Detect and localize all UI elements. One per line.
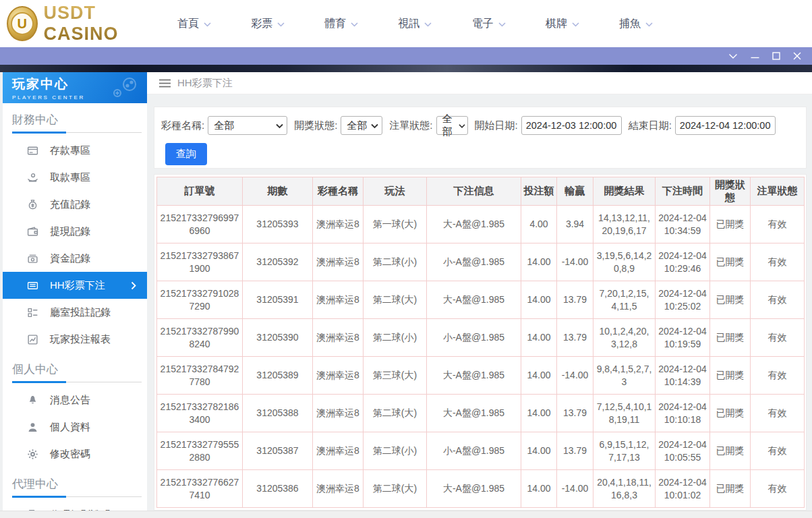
nav-item-lottery[interactable]: 彩票 bbox=[251, 17, 285, 31]
sidebar-item-withdraw-record[interactable]: 提現記錄 bbox=[3, 218, 147, 245]
chevron-down-icon bbox=[498, 22, 506, 27]
table-cell: 14.00 bbox=[521, 395, 557, 432]
bet-records-table: 訂單號期數彩種名稱玩法下注信息投注額輸贏開獎結果下注時間開獎狀態注單狀態 215… bbox=[156, 177, 805, 508]
table-cell: 第一球(大) bbox=[364, 206, 427, 243]
table-cell: 第二球(大) bbox=[364, 470, 427, 508]
end-date-label: 結束日期: bbox=[629, 119, 672, 132]
hamburger-icon[interactable] bbox=[159, 79, 171, 88]
page-title: HH彩票下注 bbox=[177, 77, 233, 90]
sidebar-item-label: 個人資料 bbox=[50, 421, 90, 434]
table-cell: 2024-12-04 10:01:02 bbox=[656, 470, 710, 508]
window-minimize-icon[interactable] bbox=[751, 53, 759, 59]
chevron-down-icon bbox=[276, 123, 283, 129]
table-cell: 13.79 bbox=[557, 395, 593, 432]
column-header: 期數 bbox=[243, 177, 313, 206]
nav-item-label: 棋牌 bbox=[546, 17, 567, 31]
sidebar-item-announcements[interactable]: 消息公告 bbox=[3, 386, 147, 413]
horizontal-scrollbar[interactable] bbox=[0, 511, 812, 518]
query-button[interactable]: 查詢 bbox=[165, 143, 207, 165]
nav-item-home[interactable]: 首頁 bbox=[177, 17, 211, 31]
nav-item-label: 電子 bbox=[472, 17, 494, 31]
table-cell: 31205392 bbox=[243, 243, 313, 281]
table-cell: 第二球(小) bbox=[364, 319, 427, 357]
table-cell: 6,9,15,1,12,7,17,13 bbox=[593, 432, 656, 470]
sidebar-item-funds-record[interactable]: 資金記錄 bbox=[3, 245, 147, 272]
table-cell: 有效 bbox=[751, 432, 805, 470]
table-cell: 14.00 bbox=[521, 281, 557, 319]
brand-logo[interactable]: U USDT CASINO bbox=[0, 3, 158, 45]
table-cell: 31205387 bbox=[243, 432, 313, 470]
sidebar-item-label: 取款專區 bbox=[50, 171, 90, 184]
table-cell: 第二球(大) bbox=[364, 395, 427, 432]
section-title-finance: 財務中心 bbox=[3, 103, 147, 132]
sidebar-item-label: 資金記錄 bbox=[50, 252, 90, 265]
sidebar-item-profile[interactable]: 個人資料 bbox=[3, 413, 147, 440]
table-cell: 20,4,1,18,11,16,8,3 bbox=[593, 470, 656, 508]
table-cell: 2024-12-04 10:05:55 bbox=[656, 432, 710, 470]
table-cell: 有效 bbox=[751, 470, 805, 508]
table-cell: 第二球(大) bbox=[364, 281, 427, 319]
table-cell: 2024-12-04 10:10:18 bbox=[656, 395, 710, 432]
table-cell: 31205390 bbox=[243, 319, 313, 357]
table-cell: 有效 bbox=[751, 206, 805, 243]
sidebar-item-hh-lottery-bet[interactable]: HH彩票下注 bbox=[3, 272, 147, 299]
draw-status-select[interactable]: 全部 bbox=[341, 116, 382, 135]
column-header: 注單狀態 bbox=[751, 177, 805, 206]
column-header: 投注額 bbox=[521, 177, 557, 206]
nav-item-sports[interactable]: 體育 bbox=[324, 17, 358, 31]
column-header: 開獎狀態 bbox=[710, 177, 751, 206]
table-cell: 小-A盤@1.985 bbox=[427, 243, 521, 281]
chevron-down-icon bbox=[204, 22, 211, 27]
table-body: 215217332796997696031205393澳洲幸运8第一球(大)大-… bbox=[157, 206, 805, 508]
sidebar-item-player-bet-report[interactable]: 玩家投注報表 bbox=[3, 326, 147, 353]
bet-records-panel: 訂單號期數彩種名稱玩法下注信息投注額輸贏開獎結果下注時間開獎狀態注單狀態 215… bbox=[154, 174, 807, 511]
table-row: 215217332793867190031205392澳洲幸运8第二球(小)小-… bbox=[157, 243, 805, 281]
table-cell: 2024-12-04 10:14:39 bbox=[656, 357, 710, 395]
column-header: 開獎結果 bbox=[593, 177, 656, 206]
sidebar-item-recharge-record[interactable]: 充值記錄 bbox=[3, 191, 147, 218]
report-icon bbox=[27, 334, 38, 345]
table-cell: 已開獎 bbox=[710, 395, 751, 432]
table-row: 215217332779555288031205387澳洲幸运8第二球(小)小-… bbox=[157, 432, 805, 470]
table-cell: 31205386 bbox=[243, 470, 313, 508]
sidebar-item-agent-rules[interactable]: 代理規則說明 bbox=[3, 501, 147, 511]
nav-item-slots[interactable]: 電子 bbox=[472, 17, 506, 31]
end-date-input[interactable] bbox=[675, 116, 776, 135]
order-status-select[interactable]: 全部 bbox=[436, 116, 468, 135]
order-status-value: 全部 bbox=[442, 113, 457, 138]
column-header: 彩種名稱 bbox=[313, 177, 364, 206]
nav-item-fishing[interactable]: 捕魚 bbox=[619, 17, 653, 31]
sidebar-item-deposit-zone[interactable]: 存款專區 bbox=[3, 137, 147, 164]
window-maximize-icon[interactable] bbox=[772, 52, 780, 60]
table-cell: 3.94 bbox=[557, 206, 593, 243]
lottery-name-select[interactable]: 全部 bbox=[208, 116, 287, 135]
table-cell: 大-A盤@1.985 bbox=[427, 395, 521, 432]
top-bar: U USDT CASINO 首頁彩票體育視訊電子棋牌捕魚 bbox=[0, 0, 812, 47]
nav-item-video[interactable]: 視訊 bbox=[398, 17, 432, 31]
table-row: 215217332776627741031205386澳洲幸运8第二球(大)大-… bbox=[157, 470, 805, 508]
table-cell: 已開獎 bbox=[710, 206, 751, 243]
table-cell: -14.00 bbox=[557, 357, 593, 395]
table-cell: 有效 bbox=[751, 319, 805, 357]
table-cell: 7,20,1,2,15,4,11,5 bbox=[593, 281, 656, 319]
table-cell: 3,19,5,6,14,20,8,9 bbox=[593, 243, 656, 281]
sidebar-item-withdraw-zone[interactable]: 取款專區 bbox=[3, 164, 147, 191]
nav-item-label: 首頁 bbox=[177, 17, 199, 31]
table-cell: 有效 bbox=[751, 357, 805, 395]
start-date-input[interactable] bbox=[521, 116, 622, 135]
table-cell: 31205388 bbox=[243, 395, 313, 432]
table-row: 215217332796997696031205393澳洲幸运8第一球(大)大-… bbox=[157, 206, 805, 243]
table-cell: 2152173327938671900 bbox=[157, 243, 243, 281]
order-status-label: 注單狀態: bbox=[389, 119, 432, 132]
nav-item-label: 捕魚 bbox=[619, 17, 641, 31]
sidebar-item-change-password[interactable]: 修改密碼 bbox=[3, 440, 147, 467]
window-close-icon[interactable] bbox=[793, 52, 801, 60]
hand-icon bbox=[27, 172, 38, 183]
section-divider bbox=[12, 496, 142, 497]
table-cell: 2152173327847927780 bbox=[157, 357, 243, 395]
table-cell: 4.00 bbox=[521, 206, 557, 243]
nav-item-cards[interactable]: 棋牌 bbox=[546, 17, 579, 31]
lottery-name-label: 彩種名稱: bbox=[161, 119, 204, 132]
window-chevron-down-icon[interactable] bbox=[728, 53, 738, 59]
sidebar-item-hall-bet-record[interactable]: 廳室投註記錄 bbox=[3, 299, 147, 326]
